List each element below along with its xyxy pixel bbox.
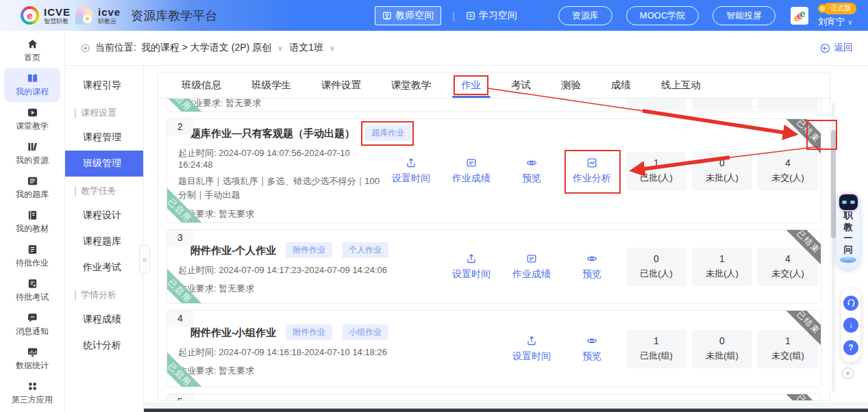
set-time-button[interactable]: 设置时间 (381, 157, 441, 185)
assignment-number: 4 (167, 311, 193, 327)
footer-strip (144, 402, 868, 409)
user-menu[interactable]: 刘宵宁 ∨ (818, 16, 852, 28)
icve-mini-logo-icon[interactable]: e (791, 7, 808, 25)
scrollbar-thumb[interactable] (831, 130, 836, 238)
submenu-item-course-question-bank[interactable]: 课程题库 (65, 229, 143, 255)
submenu: 课程引导 课程设置 课程管理 班级管理 教学任务 课程设计 课程题库 作业考试 … (65, 66, 144, 412)
badge-attachment-homework: 附件作业 (286, 242, 332, 258)
homework-score-button[interactable]: 作业成绩 (501, 253, 562, 281)
help-button[interactable]: ? (843, 340, 858, 355)
version-badge: 正式版 (823, 3, 856, 14)
tab-grades[interactable]: 成绩 (596, 73, 646, 98)
breadcrumb: 当前位置: 我的课程 > 大学语文 (2P) 原创 ∨ 语文1班 ∨ (80, 42, 336, 54)
smart-casting-button[interactable]: 智能投屏 (712, 6, 776, 25)
sidebar-collapse-button[interactable]: « (139, 245, 150, 274)
set-time-button[interactable]: 设置时间 (441, 253, 501, 281)
sidebar-item-pending-homework[interactable]: 待批作业 (4, 239, 60, 273)
question-icon: ? (848, 343, 853, 352)
tab-class-info[interactable]: 班级信息 (166, 73, 236, 98)
exam-sheet-icon (27, 278, 38, 289)
preview-eye-icon (562, 253, 622, 266)
set-time-button[interactable]: 设置时间 (501, 335, 562, 363)
submenu-item-statistical-analysis[interactable]: 统计分析 (65, 333, 143, 359)
username: 刘宵宁 (818, 16, 845, 28)
sidebar-item-my-resources[interactable]: 我的资源 (4, 136, 60, 170)
headset-icon (847, 298, 856, 307)
sidebar-item-home[interactable]: 首页 (4, 34, 60, 68)
sidebar-item-my-textbooks[interactable]: 我的教材 (4, 205, 60, 239)
set-time-icon (441, 253, 501, 266)
brand-icve1: ICVE (44, 7, 71, 17)
assignment-row-4: 4 附件作业-小组作业 附件作业 小组作业 起止时间: 2024-07-09 1… (166, 310, 821, 387)
submenu-item-homework-exam[interactable]: 作业考试 (65, 255, 143, 281)
submenu-item-class-management[interactable]: 班级管理 (65, 151, 143, 177)
brand-icve2: icve (98, 7, 121, 17)
stat-not-submitted[interactable]: 1未交(组) (758, 330, 818, 368)
mooc-academy-button[interactable]: MOOC学院 (626, 6, 699, 25)
stat-graded[interactable]: 0已批(人) (626, 248, 686, 286)
preview-button[interactable]: 预览 (501, 157, 562, 185)
preview-button[interactable]: 预览 (562, 335, 622, 363)
stat-ungraded[interactable]: 0未批(人) (692, 152, 752, 190)
stat-not-submitted[interactable]: 4未交(人) (758, 152, 818, 190)
breadcrumb-path: 我的课程 > 大学语文 (2P) 原创 (141, 42, 271, 54)
annotation-box-homework-analysis (565, 150, 621, 194)
download-icon: ↓ (849, 320, 853, 330)
sidebar-item-third-party-apps[interactable]: 第三方应用 (4, 376, 60, 410)
close-floating-button[interactable]: ✕ (842, 368, 854, 379)
teacher-space-icon (382, 11, 392, 21)
tab-online-interaction[interactable]: 线上互动 (646, 73, 716, 98)
assignment-requirement: 作业要求: 暂无要求 (178, 208, 381, 220)
submenu-item-course-guide[interactable]: 课程引导 (65, 73, 143, 99)
space-switcher: 教师空间 | 学习空间 (375, 6, 517, 25)
sidebar-item-statistics[interactable]: 数据统计 (4, 342, 60, 376)
submenu-item-course-grades[interactable]: 课程成绩 (65, 307, 143, 333)
assignment-row-1-partial: 作业要求: 暂无要求 已启用 (166, 99, 821, 112)
download-button[interactable]: ↓ (843, 318, 858, 333)
apps-grid-icon (27, 381, 38, 392)
ai-assistant-widget[interactable]: 职 教 一 问 (836, 192, 860, 269)
assignment-time: 起止时间: 2024-07-09 14:07:56-2024-07-10 16:… (178, 147, 381, 170)
sidebar-item-messages[interactable]: 消息通知 (4, 307, 60, 342)
header-links: 资源库 MOOC学院 智能投屏 (558, 6, 776, 25)
tab-class-students[interactable]: 班级学生 (236, 73, 306, 98)
back-button[interactable]: 返回 (820, 42, 853, 54)
preview-button[interactable]: 预览 (562, 253, 622, 281)
floating-toolbar: ↓ ? (841, 288, 860, 362)
tab-bar: 班级信息 班级学生 课件设置 课堂教学 作业 考试 测验 成绩 线上互动 (158, 73, 830, 99)
customer-service-button[interactable] (843, 296, 858, 311)
chat-bubble-icon (27, 312, 38, 324)
library-books-icon (27, 141, 38, 153)
homework-analysis-icon (562, 157, 622, 170)
class-dropdown-caret-icon[interactable]: ∨ (330, 44, 335, 53)
tab-homework[interactable]: 作业 (446, 73, 496, 98)
tab-classroom-teaching[interactable]: 课堂教学 (376, 73, 446, 98)
assignment-list: 作业要求: 暂无要求 已启用 2 题库作业—只有客观题（手动出题） (158, 99, 830, 400)
submenu-section-teaching-tasks: 教学任务 (65, 179, 143, 203)
assignment-number: 5 (167, 394, 193, 400)
tab-quiz[interactable]: 测验 (546, 73, 596, 98)
course-dropdown-caret-icon[interactable]: ∨ (277, 44, 283, 53)
submenu-item-course-management[interactable]: 课程管理 (65, 125, 143, 151)
stat-graded[interactable]: 1已批(人) (626, 152, 686, 190)
class-detail-card: 班级信息 班级学生 课件设置 课堂教学 作业 考试 测验 成绩 线上互动 作业要… (158, 72, 830, 401)
stat-box (626, 99, 686, 110)
sidebar-item-my-question-bank[interactable]: 我的题库 (4, 170, 60, 205)
homework-score-button[interactable]: 作业成绩 (441, 157, 501, 185)
homework-score-icon (441, 157, 501, 170)
homework-analysis-button[interactable]: 作业分析 (562, 157, 622, 185)
stat-ungraded[interactable]: 1未批(人) (692, 248, 752, 286)
stat-ungraded[interactable]: 0未批(组) (692, 330, 752, 368)
resource-library-button[interactable]: 资源库 (558, 6, 612, 25)
stat-graded[interactable]: 1已批(组) (626, 330, 686, 368)
assignment-title: 附件作业-个人作业 附件作业 个人作业 (190, 242, 441, 258)
tab-courseware-settings[interactable]: 课件设置 (306, 73, 376, 98)
sidebar-item-pending-exams[interactable]: 待批考试 (4, 273, 60, 307)
tab-exam[interactable]: 考试 (496, 73, 546, 98)
submenu-item-course-design[interactable]: 课程设计 (65, 203, 143, 229)
sidebar-item-classroom-teaching[interactable]: 课堂教学 (4, 102, 60, 136)
location-icon (80, 43, 90, 53)
sidebar-item-my-courses[interactable]: 我的课程 (4, 68, 60, 102)
teacher-space-button[interactable]: 教师空间 (375, 6, 441, 25)
learning-space-button[interactable]: 学习空间 (466, 10, 517, 22)
